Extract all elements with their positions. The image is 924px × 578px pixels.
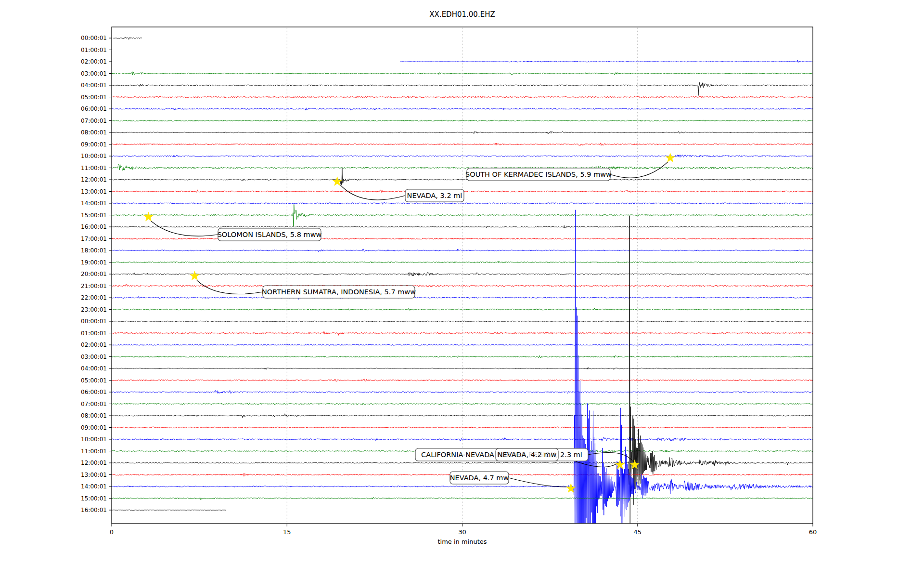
event-label: NEVADA, 4.2 mw: [498, 451, 557, 459]
event-label: SOLOMON ISLANDS, 5.8 mww: [218, 231, 322, 238]
figure-title: XX.EDH01.00.EHZ: [112, 10, 813, 19]
y-tick-label: 02:00:01: [81, 58, 107, 65]
y-tick-label: 02:00:01: [81, 342, 107, 348]
y-tick-label: 00:00:01: [81, 318, 107, 325]
event-label: NEVADA, 3.2 ml: [407, 192, 462, 199]
y-tick-label: 07:00:01: [81, 401, 107, 407]
trace-row-5-05:00:01: [112, 96, 813, 98]
y-tick-label: 04:00:01: [81, 365, 107, 372]
event-label: SOUTH OF KERMADEC ISLANDS, 5.9 mww: [465, 171, 612, 178]
trace-row-28-04:00:01: [112, 368, 813, 369]
y-tick-label: 20:00:01: [81, 271, 107, 277]
event-label: NORTHERN SUMATRA, INDONESIA, 5.7 mww: [262, 288, 416, 296]
event-star: [143, 212, 154, 222]
y-tick-label: 17:00:01: [81, 236, 107, 242]
y-tick-label: 13:00:01: [81, 188, 107, 195]
y-tick-label: 04:00:01: [81, 82, 107, 89]
y-tick-label: 21:00:01: [81, 283, 107, 289]
event-connector: [509, 478, 568, 487]
y-tick-label: 23:00:01: [81, 306, 107, 313]
x-tick-label: 30: [458, 528, 466, 536]
event-connector: [197, 280, 263, 294]
event-connector: [151, 221, 218, 236]
y-tick-label: 06:00:01: [81, 389, 107, 395]
y-tick-label: 06:00:01: [81, 105, 107, 112]
y-tick-label: 18:00:01: [81, 247, 107, 254]
y-tick-label: 05:00:01: [81, 377, 107, 384]
event-star: [615, 460, 625, 469]
y-tick-label: 03:00:01: [81, 70, 107, 77]
y-tick-label: 08:00:01: [81, 129, 107, 136]
y-tick-label: 19:00:01: [81, 259, 107, 266]
y-tick-label: 16:00:01: [81, 507, 107, 513]
y-tick-label: 01:00:01: [81, 47, 107, 53]
y-tick-label: 01:00:01: [81, 330, 107, 337]
event-star: [190, 271, 200, 280]
y-tick-label: 11:00:01: [81, 165, 107, 171]
event-star: [566, 483, 576, 493]
trace-row-14-14:00:01: [112, 202, 813, 204]
y-tick-label: 14:00:01: [81, 200, 107, 207]
helicorder-plot: 00:00:0101:00:0102:00:0103:00:0104:00:01…: [0, 0, 924, 578]
event-label: NEVADA, 4.7 mw: [450, 474, 509, 482]
trace-row-17-17:00:01: [112, 238, 813, 239]
trace-row-24-00:00:01: [112, 321, 813, 322]
y-tick-label: 11:00:01: [81, 448, 107, 455]
trace-row-0-00:00:01: [114, 37, 142, 39]
y-tick-label: 08:00:01: [81, 412, 107, 419]
event-connector: [340, 184, 405, 200]
trace-row-16-16:00:01: [112, 225, 813, 228]
y-tick-label: 10:00:01: [81, 153, 107, 159]
trace-row-23-23:00:01: [112, 308, 813, 311]
event-star: [665, 153, 675, 162]
event-star: [332, 176, 342, 186]
y-tick-label: 09:00:01: [81, 141, 107, 148]
y-tick-label: 13:00:01: [81, 472, 107, 478]
y-tick-label: 12:00:01: [81, 176, 107, 183]
y-tick-label: 10:00:01: [81, 436, 107, 443]
trace-row-33-09:00:01: [112, 427, 813, 429]
trace-row-26-02:00:01: [112, 344, 813, 345]
trace-row-29-05:00:01: [112, 379, 813, 381]
x-axis-label: time in minutes: [112, 538, 813, 545]
y-tick-label: 15:00:01: [81, 212, 107, 219]
y-tick-label: 14:00:01: [81, 483, 107, 490]
x-tick-label: 15: [283, 528, 291, 536]
trace-row-39-15:00:01: [112, 498, 813, 500]
trace-row-40-16:00:01: [112, 510, 226, 511]
y-tick-label: 07:00:01: [81, 118, 107, 124]
x-tick-label: 0: [110, 528, 114, 536]
y-tick-label: 05:00:01: [81, 94, 107, 101]
x-tick-label: 60: [809, 528, 817, 536]
y-tick-label: 16:00:01: [81, 223, 107, 230]
event-connector: [610, 162, 668, 178]
y-tick-label: 15:00:01: [81, 495, 107, 502]
y-tick-label: 12:00:01: [81, 460, 107, 466]
y-tick-label: 22:00:01: [81, 294, 107, 301]
y-tick-label: 03:00:01: [81, 354, 107, 360]
y-tick-label: 00:00:01: [81, 35, 107, 41]
y-tick-label: 09:00:01: [81, 424, 107, 431]
x-tick-label: 45: [633, 528, 642, 536]
trace-row-18-18:00:01: [112, 249, 813, 252]
